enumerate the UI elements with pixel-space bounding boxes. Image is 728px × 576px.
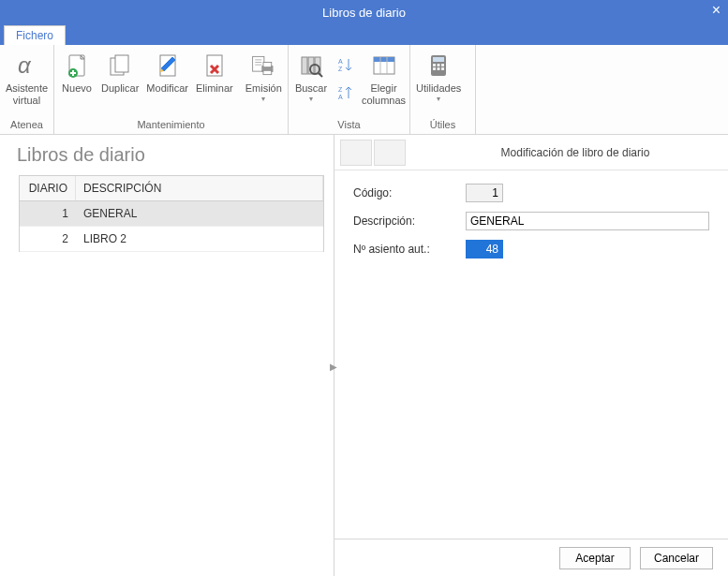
chevron-down-icon <box>309 95 313 103</box>
view-mode-toggle[interactable] <box>340 140 406 166</box>
duplicar-button[interactable]: Duplicar <box>97 49 142 96</box>
nuevo-button[interactable]: Nuevo <box>56 49 97 96</box>
duplicate-icon <box>105 51 135 81</box>
svg-line-18 <box>319 73 322 77</box>
ribbon-tabstrip: Fichero <box>0 24 728 45</box>
svg-rect-29 <box>433 64 436 66</box>
descripcion-field[interactable] <box>466 212 709 230</box>
ribbon-group-vista: Buscar AZ ZA Elegir columnas Vista <box>289 45 410 134</box>
ribbon-group-atenea: α Asistente virtual Atenea <box>0 45 54 134</box>
emision-button[interactable]: Emisión <box>242 49 286 105</box>
sort-asc-button[interactable]: AZ <box>334 52 358 77</box>
elegir-columnas-button[interactable]: Elegir columnas <box>360 49 408 109</box>
cancelar-button[interactable]: Cancelar <box>640 547 713 569</box>
new-document-icon <box>62 51 92 81</box>
group-label-atenea: Atenea <box>0 117 53 134</box>
chevron-down-icon <box>261 95 265 103</box>
svg-rect-28 <box>433 57 444 62</box>
titlebar: Libros de diario × <box>0 0 728 24</box>
svg-rect-34 <box>441 67 444 70</box>
delete-icon <box>200 51 230 81</box>
tab-fichero[interactable]: Fichero <box>4 25 66 45</box>
codigo-field <box>466 184 503 202</box>
content-area: Libros de diario DIARIO DESCRIPCIÓN 1GEN… <box>0 135 728 576</box>
columns-icon <box>369 51 399 81</box>
table-row[interactable]: 1GENERAL <box>20 201 323 227</box>
edit-icon <box>153 51 183 81</box>
ribbon: α Asistente virtual Atenea Nuevo Duplica… <box>0 45 728 135</box>
desc-label: Descripción: <box>353 214 466 228</box>
svg-text:α: α <box>18 52 32 78</box>
close-icon[interactable]: × <box>712 2 721 19</box>
cell-diario: 2 <box>20 227 76 251</box>
svg-rect-33 <box>438 67 440 70</box>
svg-rect-6 <box>207 55 222 76</box>
sort-buttons: AZ ZA <box>332 49 360 109</box>
svg-rect-31 <box>441 64 444 66</box>
sort-desc-icon: ZA <box>337 84 354 101</box>
col-desc[interactable]: DESCRIPCIÓN <box>76 176 323 200</box>
view-image-icon[interactable] <box>340 140 372 166</box>
view-list-icon[interactable] <box>374 140 406 166</box>
left-panel: Libros de diario DIARIO DESCRIPCIÓN 1GEN… <box>0 135 334 576</box>
codigo-label: Código: <box>353 186 466 199</box>
alpha-icon: α <box>12 51 42 81</box>
svg-rect-14 <box>302 57 307 74</box>
group-label-vista: Vista <box>289 117 409 134</box>
detail-header: Modificación de libro de diario <box>334 135 728 170</box>
svg-rect-12 <box>263 63 272 67</box>
svg-text:A: A <box>338 94 343 100</box>
svg-rect-13 <box>263 70 272 74</box>
detail-form: Código: Descripción: Nº asiento aut.: <box>334 170 728 281</box>
search-icon <box>296 51 326 81</box>
ribbon-group-mantenimiento: Nuevo Duplicar Modificar Eliminar <box>54 45 289 134</box>
svg-text:A: A <box>338 58 343 65</box>
cell-desc: GENERAL <box>76 201 323 226</box>
cell-desc: LIBRO 2 <box>76 227 323 251</box>
eliminar-button[interactable]: Eliminar <box>192 49 237 96</box>
svg-text:Z: Z <box>338 86 343 93</box>
calculator-icon <box>423 51 453 81</box>
grid-header: DIARIO DESCRIPCIÓN <box>20 176 323 201</box>
aceptar-button[interactable]: Aceptar <box>559 547 631 569</box>
table-row[interactable]: 2LIBRO 2 <box>20 227 323 252</box>
asiento-label: Nº asiento aut.: <box>353 243 466 256</box>
chevron-down-icon <box>437 95 440 103</box>
svg-rect-32 <box>433 67 436 70</box>
svg-rect-24 <box>374 57 394 62</box>
modificar-button[interactable]: Modificar <box>142 49 192 96</box>
panel-heading: Libros de diario <box>17 144 334 166</box>
utilidades-button[interactable]: Utilidades <box>412 49 465 105</box>
asiento-field[interactable] <box>466 240 503 258</box>
group-label-utiles: Útiles <box>410 117 475 134</box>
detail-title: Modificación de libro de diario <box>423 146 728 159</box>
cell-diario: 1 <box>20 201 76 226</box>
window-title: Libros de diario <box>0 6 728 20</box>
ribbon-group-utiles: Utilidades Útiles <box>410 45 476 134</box>
data-grid[interactable]: DIARIO DESCRIPCIÓN 1GENERAL2LIBRO 2 <box>19 175 324 252</box>
detail-panel: Modificación de libro de diario Código: … <box>334 135 728 576</box>
col-diario[interactable]: DIARIO <box>20 176 76 200</box>
buscar-button[interactable]: Buscar <box>290 49 332 105</box>
asistente-virtual-button[interactable]: α Asistente virtual <box>2 49 52 109</box>
print-list-icon <box>248 51 278 81</box>
svg-text:Z: Z <box>338 66 343 72</box>
group-label-mant: Mantenimiento <box>54 117 288 134</box>
svg-rect-4 <box>115 55 128 72</box>
svg-rect-30 <box>438 64 440 66</box>
sort-desc-button[interactable]: ZA <box>334 81 358 105</box>
sort-asc-icon: AZ <box>337 56 354 73</box>
dialog-footer: Aceptar Cancelar <box>334 539 728 576</box>
